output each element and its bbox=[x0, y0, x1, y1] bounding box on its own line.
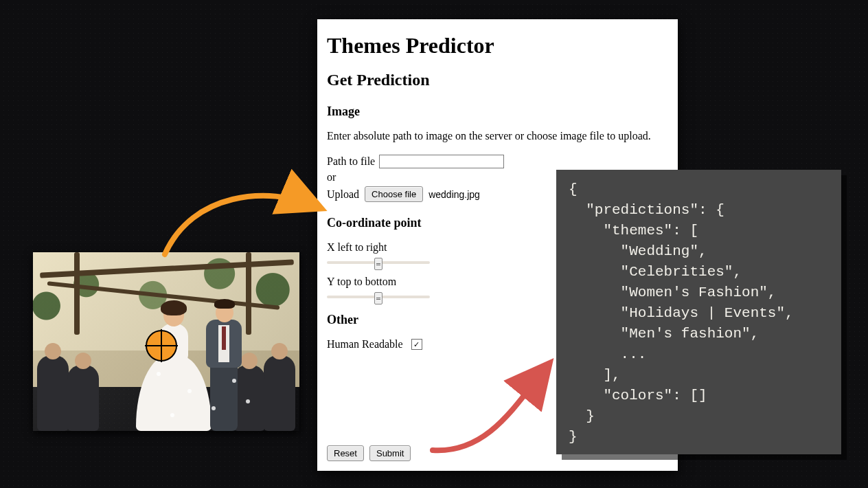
image-heading: Image bbox=[327, 104, 668, 119]
page-title: Themes Predictor bbox=[327, 33, 668, 58]
human-readable-label: Human Readable bbox=[327, 338, 403, 351]
chosen-file-name: wedding.jpg bbox=[429, 189, 480, 200]
section-subtitle: Get Prediction bbox=[327, 71, 668, 89]
upload-label: Upload bbox=[327, 188, 359, 201]
wedding-photo bbox=[33, 252, 299, 431]
path-input[interactable] bbox=[379, 155, 504, 168]
y-slider[interactable] bbox=[327, 291, 430, 303]
choose-file-button[interactable]: Choose file bbox=[365, 186, 423, 202]
submit-button[interactable]: Submit bbox=[369, 445, 411, 461]
human-readable-checkbox[interactable] bbox=[411, 339, 422, 350]
json-output-panel: { "predictions": { "themes": [ "Wedding"… bbox=[556, 170, 841, 454]
x-slider[interactable] bbox=[327, 256, 430, 269]
or-label: or bbox=[327, 171, 336, 184]
reset-button[interactable]: Reset bbox=[327, 445, 364, 461]
diagram-stage: Themes Predictor Get Prediction Image En… bbox=[0, 0, 868, 488]
input-image-thumbnail bbox=[33, 252, 299, 431]
path-label: Path to file bbox=[327, 155, 375, 168]
image-help-text: Enter absolute path to image on the serv… bbox=[327, 130, 668, 142]
